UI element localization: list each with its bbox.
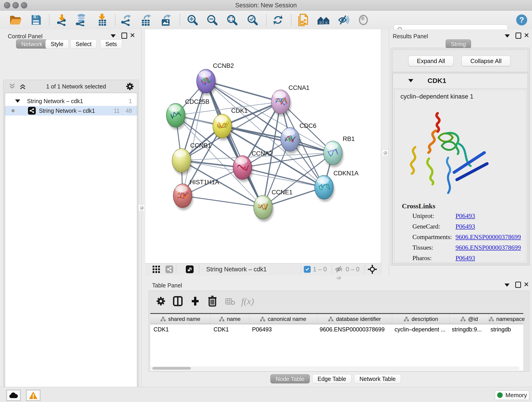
gene-section-expander-icon[interactable] [408, 79, 413, 82]
results-panel-close-icon[interactable]: ✕ [524, 32, 529, 39]
tab-edge-table[interactable]: Edge Table [312, 374, 351, 383]
column-header-shared-name[interactable]: shared name [150, 314, 210, 324]
crosslink-label: Uniprot: [412, 212, 434, 220]
show-selected-button[interactable] [357, 13, 370, 26]
network-node[interactable]: CDKN1A [315, 170, 359, 202]
import-network-from-database-button[interactable] [75, 13, 88, 26]
collapse-all-icon[interactable] [8, 83, 16, 90]
export-table-button[interactable] [139, 13, 152, 26]
crosslink-link[interactable]: 9606.ENSP00000378699 [456, 244, 521, 251]
export-network-button[interactable] [120, 13, 133, 26]
node-selection-checkbox[interactable] [304, 266, 311, 273]
network-node[interactable]: RB1 [323, 135, 355, 167]
warnings-button[interactable] [26, 390, 40, 401]
results-panel-title: Results Panel [393, 33, 428, 40]
table-cell[interactable]: stringdb:9... [449, 324, 487, 334]
save-session-button[interactable] [30, 13, 42, 26]
cloud-status-button[interactable] [6, 390, 21, 401]
import-table-from-file-button[interactable] [96, 13, 109, 26]
zoom-selected-button[interactable] [246, 13, 259, 26]
expand-all-icon[interactable] [19, 83, 27, 90]
control-panel-float-icon[interactable] [121, 32, 127, 39]
tab-string[interactable]: String [446, 39, 471, 49]
network-canvas[interactable]: CCNB2CCNA1CDC25BCDK1CDC6RB1CCNB1CCNA2CDK… [145, 29, 381, 263]
fit-content-crosshair-icon[interactable] [367, 264, 377, 274]
left-splitter[interactable] [141, 29, 146, 387]
table-cell[interactable]: cyclin–dependent ... [391, 324, 449, 334]
birds-eye-view-icon[interactable] [152, 265, 160, 274]
crosslink-link[interactable]: P06493 [456, 254, 475, 262]
column-header-database-identifier[interactable]: database identifier [317, 314, 392, 324]
show-columns-icon[interactable] [172, 296, 183, 306]
left-splitter-handle[interactable] [138, 204, 145, 211]
table-settings-gear-icon[interactable] [156, 296, 166, 306]
gene-section-header[interactable]: CDK1 [393, 73, 528, 89]
collection-count: 1 [129, 98, 132, 104]
table-panel-menu-icon[interactable] [505, 283, 510, 287]
network-node[interactable]: CDC6 [281, 122, 317, 154]
control-panel-menu-icon[interactable] [111, 34, 116, 38]
export-image-button[interactable] [159, 13, 172, 26]
memory-status-button[interactable]: Memory [495, 390, 529, 400]
crosslink-link[interactable]: 9606.ENSP00000378699 [456, 233, 521, 241]
import-network-from-file-button[interactable] [56, 13, 68, 26]
delete-column-trash-icon[interactable] [207, 295, 217, 307]
detach-view-icon[interactable] [186, 265, 194, 273]
column-header--id[interactable]: @id [450, 314, 489, 324]
table-panel-float-icon[interactable] [515, 282, 521, 288]
results-panel-float-icon[interactable] [515, 32, 521, 39]
tab-select[interactable]: Select [70, 39, 97, 49]
collapse-all-button[interactable]: Collapse All [462, 56, 510, 66]
crosslink-link[interactable]: P06493 [456, 212, 475, 220]
right-splitter-handle[interactable] [382, 149, 388, 156]
network-node[interactable]: CCNB2 [196, 62, 234, 96]
column-header-name[interactable]: name [210, 314, 249, 324]
control-panel-close-icon[interactable]: ✕ [130, 32, 135, 39]
right-splitter[interactable] [381, 29, 389, 275]
table-horizontal-scrollbar[interactable] [151, 366, 519, 370]
table-row[interactable]: CDK1CDK1P064939606.ENSP00000378699cyclin… [150, 324, 523, 334]
column-header-description[interactable]: description [392, 314, 450, 324]
network-edge[interactable] [206, 81, 263, 207]
show-all-networks-button[interactable] [317, 13, 330, 26]
tab-sets[interactable]: Sets [100, 39, 122, 49]
zoom-fit-button[interactable] [226, 13, 239, 26]
column-header-canonical-name[interactable]: canonical name [249, 314, 317, 324]
help-button[interactable]: ? [515, 13, 528, 26]
network-node[interactable]: HIST1H1A [173, 179, 219, 210]
tab-network[interactable]: Network [16, 39, 48, 49]
crosslink-link[interactable]: P06493 [456, 223, 475, 230]
tab-style[interactable]: Style [45, 39, 69, 49]
table-cell[interactable]: 9606.ENSP00000378699 [317, 324, 391, 334]
column-header-namespace[interactable]: namespace [489, 314, 525, 324]
network-node[interactable]: CCNB1 [172, 142, 211, 175]
network-edge[interactable] [183, 196, 263, 207]
refresh-button[interactable] [272, 13, 284, 26]
tab-node-table[interactable]: Node Table [270, 374, 310, 383]
table-cell[interactable]: CDK1 [150, 324, 210, 334]
network-row[interactable]: String Network – cdk1 11 48 [5, 106, 137, 115]
open-session-button[interactable] [9, 13, 22, 26]
table-scrollbar-thumb[interactable] [152, 367, 191, 370]
hidden-elements-eye-slash-icon[interactable] [335, 266, 343, 273]
network-node[interactable]: CCNE1 [254, 189, 293, 222]
horizontal-splitter-handle[interactable] [336, 276, 341, 279]
zoom-out-button[interactable] [206, 13, 219, 26]
zoom-in-button[interactable] [186, 13, 199, 26]
gear-icon[interactable] [125, 82, 134, 91]
collection-expander-icon[interactable] [15, 99, 20, 103]
table-cell[interactable]: stringdb [487, 324, 523, 334]
network-collection-row[interactable]: String Network – cdk1 1 [5, 96, 137, 106]
tab-network-table[interactable]: Network Table [354, 374, 401, 383]
protein-structure-image [399, 104, 495, 195]
expand-all-button[interactable]: Expand All [408, 56, 454, 66]
results-panel-menu-icon[interactable] [505, 34, 510, 38]
table-panel-close-icon[interactable]: ✕ [524, 281, 529, 288]
gene-result-section: CDK1 cyclin–dependent kinase 1 [393, 73, 528, 264]
horizontal-splitter[interactable] [145, 275, 532, 280]
table-cell[interactable]: P06493 [249, 324, 317, 334]
add-column-plus-icon[interactable] [190, 296, 201, 306]
hide-selected-button[interactable] [337, 13, 350, 26]
table-cell[interactable]: CDK1 [210, 324, 249, 334]
open-session-from-file-button[interactable] [297, 13, 310, 26]
